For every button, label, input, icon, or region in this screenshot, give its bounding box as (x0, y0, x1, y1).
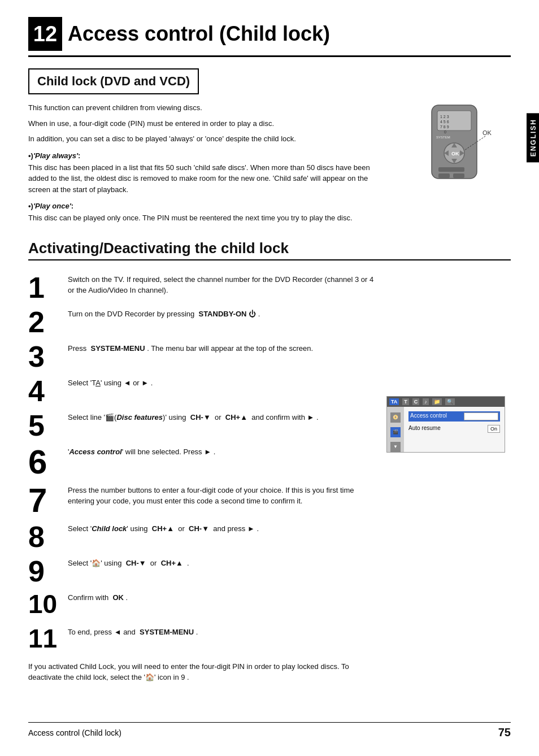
step-10-text: Confirm with OK . (68, 590, 375, 621)
svg-text:OK: OK (483, 129, 492, 136)
svg-text:4 5 6: 4 5 6 (440, 120, 449, 124)
section1-title: Child lock (DVD and VCD) (37, 74, 190, 89)
step-7-num: 7 (28, 483, 68, 518)
menu-label-access: Access control (410, 412, 447, 420)
menu-value-resume: On (488, 425, 500, 433)
intro-line-3: In addition, you can set a disc to be pl… (28, 133, 386, 145)
footer-left-text: Access control (Child lock) (28, 728, 121, 737)
english-tab: ENGLISH (527, 113, 539, 162)
menu-row-access: Access control Enter code... (408, 411, 500, 422)
step-4-text: Select 'TA' Select 'TA' using ◄ or ► .us… (68, 375, 375, 406)
step-9-text: Select '🏠' using CH-▼ or CH+▲ . (68, 555, 375, 586)
step-8-text: Select 'Child lock' using CH+▲ or CH-▼ a… (68, 521, 375, 552)
step-10: 10 Confirm with OK . (28, 590, 375, 621)
menu-left-icon-1: 📀 (390, 412, 401, 423)
menu-topbar: TA T C ♪ 📁 🔍 (387, 397, 505, 407)
section2-title: Activating/Deactivating the child lock (28, 240, 511, 260)
intro-line-1: This function can prevent children from … (28, 102, 386, 114)
menu-left-icon-2: 🎬 (390, 427, 401, 437)
section1-content: This function can prevent children from … (28, 102, 511, 228)
svg-text:SYSTEM: SYSTEM (436, 136, 450, 139)
menu-screenshot-area: TA T C ♪ 📁 🔍 📀 🎬 ▼ (386, 272, 511, 688)
svg-text:0: 0 (444, 130, 446, 134)
remote-svg: 1 2 3 4 5 6 7 8 9 0 SYSTEM OK (398, 102, 505, 195)
play-always-text: This disc has been placed in a list that… (28, 162, 386, 195)
step-11-text: To end, press ◄ and SYSTEM-MENU . (68, 624, 375, 655)
page-footer: Access control (Child lock) 75 (28, 722, 511, 739)
step-3: 3 Press SYSTEM-MENU . The menu bar will … (28, 341, 375, 372)
step-4: 4 Select 'TA' Select 'TA' using ◄ or ► .… (28, 375, 375, 406)
step-9-num: 9 (28, 555, 68, 586)
step-2: 2 Turn on the DVD Recorder by pressing S… (28, 306, 375, 337)
step-7: 7 Press the number buttons to enter a fo… (28, 483, 375, 518)
menu-label-resume: Auto resume (408, 425, 441, 433)
menu-icon-ta: TA (389, 398, 399, 405)
menu-body: 📀 🎬 ▼ Access control Enter code... Auto … (387, 407, 505, 452)
step-4-num: 4 (28, 375, 68, 406)
remote-control-image: 1 2 3 4 5 6 7 8 9 0 SYSTEM OK (398, 102, 511, 228)
page-number: 75 (498, 726, 511, 739)
step-1: 1 Switch on the TV. If required, select … (28, 272, 375, 303)
menu-icon-search: 🔍 (445, 398, 455, 405)
step-8: 8 Select 'Child lock' using CH+▲ or CH-▼… (28, 521, 375, 552)
step-6-text: 'Access control' will bne selected. Pres… (68, 444, 375, 479)
menu-screenshot: TA T C ♪ 📁 🔍 📀 🎬 ▼ (386, 396, 505, 453)
steps-main: 1 Switch on the TV. If required, select … (28, 272, 375, 688)
page-header: 12 Access control (Child lock) (28, 17, 511, 57)
svg-text:OK: OK (451, 151, 459, 157)
menu-left-col: 📀 🎬 ▼ (387, 407, 404, 452)
menu-main-area: Access control Enter code... Auto resume… (404, 407, 505, 452)
menu-icon-folder: 📁 (432, 398, 442, 405)
step-8-num: 8 (28, 521, 68, 552)
step-3-text: Press SYSTEM-MENU . The menu bar will ap… (68, 341, 375, 372)
step-11: 11 To end, press ◄ and SYSTEM-MENU . (28, 624, 375, 655)
menu-value-access: Enter code... (464, 412, 498, 420)
step-5-num: 5 (28, 410, 68, 441)
svg-rect-15 (438, 167, 464, 172)
menu-icon-music: ♪ (423, 398, 429, 405)
play-once-text: This disc can be played only once. The P… (28, 212, 386, 224)
svg-text:7 8 9: 7 8 9 (440, 125, 449, 129)
section1-text: This function can prevent children from … (28, 102, 386, 228)
footer-note: If you activated Child Lock, you will ne… (28, 661, 375, 683)
step-7-text: Press the number buttons to enter a four… (68, 483, 375, 518)
svg-rect-17 (453, 173, 464, 178)
section1: Child lock (DVD and VCD) This function c… (28, 68, 511, 228)
step-6-num: 6 (28, 444, 68, 479)
step-3-num: 3 (28, 341, 68, 372)
step-11-num: 11 (28, 624, 68, 655)
chapter-number: 12 (28, 17, 62, 51)
page: ENGLISH 12 Access control (Child lock) C… (0, 0, 539, 756)
steps-with-image: 1 Switch on the TV. If required, select … (28, 272, 511, 688)
section1-box: Child lock (DVD and VCD) (28, 68, 199, 94)
svg-text:1 2 3: 1 2 3 (440, 115, 449, 119)
step-2-text: Turn on the DVD Recorder by pressing STA… (68, 306, 375, 337)
step-6: 6 'Access control' will bne selected. Pr… (28, 444, 375, 479)
intro-line-2: When in use, a four-digit code (PIN) mus… (28, 118, 386, 129)
step-2-num: 2 (28, 306, 68, 337)
step-1-num: 1 (28, 272, 68, 303)
menu-icon-t: T (402, 398, 409, 405)
play-always-title: •)'Play always': (28, 151, 386, 160)
step-5: 5 Select line '🎬(Disc features)' using C… (28, 410, 375, 441)
menu-left-icon-3: ▼ (390, 442, 401, 452)
step-9: 9 Select '🏠' using CH-▼ or CH+▲ . (28, 555, 375, 586)
svg-rect-16 (438, 173, 450, 178)
step-10-num: 10 (28, 590, 68, 621)
step-5-text: Select line '🎬(Disc features)' using CH-… (68, 410, 375, 441)
page-title: Access control (Child lock) (68, 22, 330, 46)
menu-icon-c: C (412, 398, 420, 405)
menu-row-resume: Auto resume On (408, 424, 500, 434)
section2: Activating/Deactivating the child lock 1… (28, 240, 511, 688)
step-1-text: Switch on the TV. If required, select th… (68, 272, 375, 303)
play-once-title: •)'Play once': (28, 202, 386, 210)
